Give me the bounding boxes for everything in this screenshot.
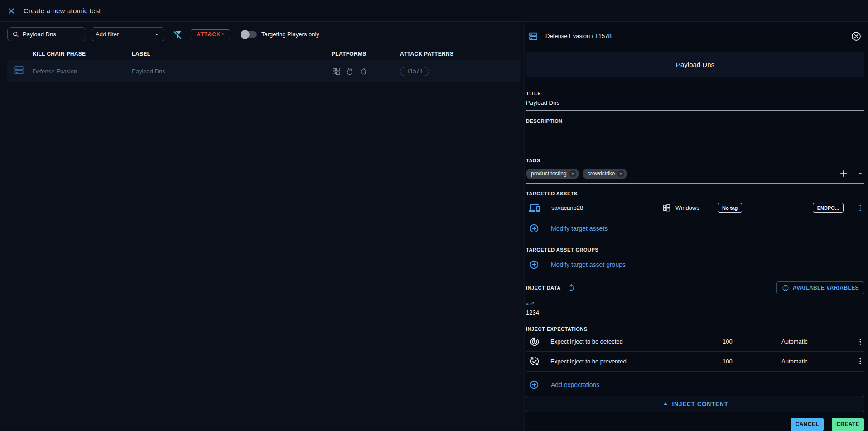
expectation-name: Expect inject to be prevented	[550, 358, 723, 365]
asset-menu-icon[interactable]	[856, 204, 864, 212]
tag-chip[interactable]: crowdstrike	[583, 169, 627, 179]
cancel-button[interactable]: CANCEL	[791, 418, 824, 431]
linux-icon	[345, 67, 354, 76]
modify-target-asset-groups-button[interactable]: Modify target asset groups	[526, 256, 864, 274]
row-kill-chain-phase: Defense Evasion	[33, 68, 132, 75]
expectation-row[interactable]: Expect inject to be prevented 100 Automa…	[526, 352, 864, 372]
description-field-label: DESCRIPTION	[526, 118, 864, 124]
targeting-players-label: Targeting Players only	[261, 31, 319, 38]
column-platforms: PLATFORMS	[332, 51, 400, 57]
inject-data-label: INJECT DATA	[526, 285, 561, 291]
tag-chip[interactable]: product testing	[526, 169, 579, 179]
table-row[interactable]: Defense Evasion Payload Dns T1578	[7, 60, 520, 82]
table-header-row: KILL CHAIN PHASE LABEL PLATFORMS ATTACK …	[7, 48, 520, 60]
close-drawer-icon[interactable]	[851, 31, 862, 42]
remove-tag-icon[interactable]	[569, 170, 576, 177]
dialog-header: Create a new atomic test	[0, 0, 868, 22]
asset-row[interactable]: savacano28 Windows No tag ENDPO...	[526, 198, 864, 219]
close-dialog-icon[interactable]	[7, 7, 15, 15]
row-platform-icons	[332, 67, 400, 76]
column-label: LABEL	[132, 51, 332, 57]
tags-field[interactable]: product testing crowdstrike	[526, 169, 864, 184]
add-expectations-button[interactable]: Add expectations	[526, 378, 864, 392]
search-icon	[12, 31, 19, 38]
modify-target-assets-button[interactable]: Modify target assets	[526, 218, 864, 238]
var-field-input[interactable]: 1234	[526, 309, 864, 320]
filter-bar: Add filter ATT&CK® Targeting Players onl…	[7, 27, 524, 41]
add-circle-icon	[529, 260, 539, 270]
expectation-score: 100	[723, 338, 781, 345]
targeted-asset-groups-label: TARGETED ASSET GROUPS	[526, 247, 864, 252]
expectation-mode: Automatic	[781, 338, 856, 345]
search-input[interactable]	[23, 31, 77, 38]
test-list-panel: Add filter ATT&CK® Targeting Players onl…	[0, 22, 524, 431]
atomic-tests-table: KILL CHAIN PHASE LABEL PLATFORMS ATTACK …	[7, 48, 520, 82]
var-field-label: var*	[526, 301, 864, 306]
reset-defaults-icon[interactable]	[567, 284, 575, 292]
help-icon	[782, 284, 789, 291]
apple-icon	[359, 67, 368, 76]
title-field-label: TITLE	[526, 91, 864, 96]
expectation-row[interactable]: Expect inject to be detected 100 Automat…	[526, 332, 864, 352]
dns-icon	[14, 65, 24, 76]
expectation-menu-icon[interactable]	[856, 338, 864, 346]
targeting-players-toggle-wrap: Targeting Players only	[242, 31, 319, 38]
inject-content-toggle-button[interactable]: INJECT CONTENT	[526, 396, 864, 412]
column-kill-chain-phase: KILL CHAIN PHASE	[33, 51, 132, 57]
clear-filters-icon[interactable]	[173, 29, 183, 39]
expectation-score: 100	[723, 358, 781, 365]
expectation-mode: Automatic	[781, 358, 856, 365]
devices-icon	[529, 203, 540, 213]
row-label: Payload Dns	[132, 68, 332, 75]
breadcrumb: Defense Evasion / T1578	[545, 33, 844, 39]
description-field-input[interactable]	[526, 126, 864, 151]
windows-icon	[332, 67, 341, 76]
asset-platform: Windows	[675, 204, 699, 211]
title-field-input[interactable]: Payload Dns	[526, 99, 864, 111]
drawer-header: Defense Evasion / T1578	[526, 27, 864, 45]
targeting-players-toggle[interactable]	[242, 31, 257, 38]
toggle-knob	[241, 30, 250, 39]
tags-field-label: TAGS	[526, 158, 864, 163]
add-filter-label: Add filter	[96, 31, 119, 38]
remove-tag-icon[interactable]	[617, 170, 624, 177]
windows-icon	[662, 203, 671, 212]
test-title: Payload Dns	[676, 61, 714, 68]
expectation-menu-icon[interactable]	[856, 357, 864, 365]
inject-expectations-label: INJECT EXPECTATIONS	[526, 326, 864, 332]
add-circle-icon	[529, 223, 539, 233]
targeted-assets-label: TARGETED ASSETS	[526, 191, 864, 196]
arrow-up-icon	[662, 401, 669, 407]
trademark-mark: ®	[221, 32, 224, 36]
add-filter-select[interactable]: Add filter	[91, 27, 165, 41]
expectation-name: Expect inject to be detected	[550, 338, 723, 345]
asset-name: savacano28	[551, 204, 662, 211]
track-changes-icon	[530, 337, 540, 347]
create-atomic-test-dialog: Create a new atomic test Add filter ATT&…	[0, 0, 868, 431]
attack-matrix-button[interactable]: ATT&CK®	[191, 29, 230, 39]
test-title-card: Payload Dns	[526, 52, 864, 78]
asset-type-chip: ENDPO...	[813, 203, 844, 213]
page-title: Create a new atomic test	[24, 7, 101, 15]
chevron-down-icon[interactable]	[856, 169, 864, 178]
create-button[interactable]: CREATE	[832, 418, 864, 431]
column-attack-patterns: ATTACK PATTERNS	[400, 51, 495, 57]
inject-data-header: INJECT DATA AVAILABLE VARIABLES	[526, 281, 864, 295]
chevron-down-icon	[153, 31, 160, 38]
search-box[interactable]	[7, 27, 86, 41]
drawer-footer: CANCEL CREATE	[526, 418, 864, 431]
asset-tag-chip: No tag	[718, 203, 742, 213]
published-with-changes-icon	[530, 356, 540, 366]
add-tag-icon[interactable]	[839, 169, 848, 178]
available-variables-button[interactable]: AVAILABLE VARIABLES	[776, 281, 864, 294]
dns-icon	[528, 31, 538, 41]
add-circle-icon	[529, 380, 539, 390]
atomic-test-drawer: Defense Evasion / T1578 Payload Dns TITL…	[524, 22, 868, 431]
attack-pattern-chip[interactable]: T1578	[400, 67, 429, 76]
